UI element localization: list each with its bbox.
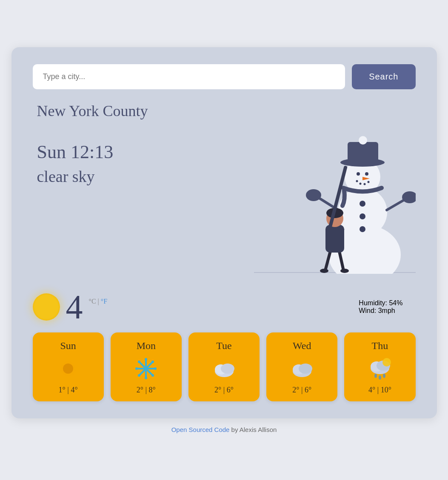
weather-description: clear sky: [37, 167, 114, 186]
forecast-day-2: Tue: [216, 340, 231, 352]
forecast-card-thu: Thu 4° | 10°: [344, 332, 415, 401]
forecast-temp-2: 2° | 6°: [214, 386, 234, 395]
svg-point-22: [320, 269, 328, 273]
day-time: Sun 12:13: [37, 141, 114, 163]
forecast-row: Sun 1° | 4° Mon: [33, 332, 416, 401]
snowman-svg: [280, 129, 416, 274]
unit-separator: |: [98, 298, 101, 305]
fahrenheit-unit[interactable]: °F: [101, 298, 107, 305]
unit-toggle[interactable]: °C | °F: [89, 298, 108, 305]
svg-point-10: [359, 182, 361, 185]
humidity-wind: Humidity: 54% Wind: 3mph: [359, 299, 402, 315]
snowman-illustration: [254, 124, 416, 286]
svg-point-23: [340, 269, 349, 273]
svg-point-11: [363, 183, 365, 185]
search-row: Search: [33, 64, 416, 89]
svg-point-39: [151, 374, 154, 377]
svg-point-5: [359, 136, 367, 145]
svg-point-51: [382, 358, 391, 366]
svg-point-34: [145, 358, 147, 361]
forecast-card-mon: Mon 2° |: [111, 332, 182, 401]
svg-point-38: [138, 361, 140, 363]
open-source-link[interactable]: Open Sourced Code: [171, 426, 230, 433]
wind-label: Wind: 3mph: [359, 307, 402, 315]
temp-left: 4 °C | °F: [33, 290, 108, 324]
svg-point-29: [63, 364, 73, 374]
weather-info: Sun 12:13 clear sky: [33, 124, 114, 186]
svg-point-53: [379, 375, 381, 380]
humidity-label: Humidity: 54%: [359, 299, 402, 307]
svg-point-13: [360, 201, 365, 207]
footer-suffix: by Alexis Allison: [229, 426, 277, 433]
svg-point-36: [135, 367, 138, 370]
forecast-card-wed: Wed 2° | 6°: [266, 332, 337, 401]
forecast-icon-cloud: [211, 356, 237, 381]
svg-point-44: [221, 364, 234, 374]
stats-row: 4 °C | °F Humidity: 54% Wind: 3mph: [33, 290, 416, 324]
forecast-temp-3: 2° | 6°: [292, 386, 311, 395]
forecast-temp-1: 2° | 8°: [137, 386, 156, 395]
forecast-icon-rain: [367, 356, 393, 381]
temperature-value: 4: [66, 290, 83, 324]
svg-point-15: [360, 226, 365, 232]
svg-point-9: [356, 180, 358, 182]
svg-point-14: [360, 213, 365, 219]
forecast-card-tue: Tue 2° | 6°: [188, 332, 260, 401]
svg-point-54: [383, 374, 385, 378]
main-section: Sun 12:13 clear sky: [33, 124, 416, 286]
svg-point-7: [365, 172, 368, 176]
svg-line-18: [387, 199, 405, 210]
city-name: New York County: [37, 102, 416, 120]
svg-point-40: [151, 361, 154, 363]
forecast-day-4: Thu: [372, 340, 388, 352]
svg-point-35: [145, 377, 147, 379]
forecast-icon-cloud2: [289, 356, 315, 381]
svg-point-37: [154, 367, 157, 370]
svg-point-12: [367, 181, 369, 183]
footer: Open Sourced Code by Alexis Allison: [171, 426, 277, 433]
forecast-temp-0: 1° | 4°: [59, 386, 78, 395]
forecast-icon-sun: [55, 356, 81, 381]
search-button[interactable]: Search: [352, 64, 415, 89]
sun-icon: [33, 293, 60, 321]
forecast-day-3: Wed: [293, 340, 311, 352]
svg-point-47: [299, 364, 312, 374]
weather-app: Search New York County Sun 12:13 clear s…: [11, 47, 437, 418]
forecast-temp-4: 4° | 10°: [368, 386, 391, 395]
celsius-unit[interactable]: °C: [89, 298, 96, 305]
svg-point-41: [138, 374, 140, 377]
svg-point-19: [402, 191, 416, 203]
svg-rect-4: [348, 142, 378, 163]
svg-point-6: [357, 172, 360, 176]
svg-point-52: [374, 374, 377, 378]
search-input[interactable]: [33, 64, 345, 89]
forecast-day-0: Sun: [60, 340, 76, 352]
svg-point-17: [306, 189, 321, 201]
forecast-day-1: Mon: [137, 340, 156, 352]
forecast-icon-snow: [133, 356, 159, 381]
forecast-card-sun: Sun 1° | 4°: [33, 332, 104, 401]
